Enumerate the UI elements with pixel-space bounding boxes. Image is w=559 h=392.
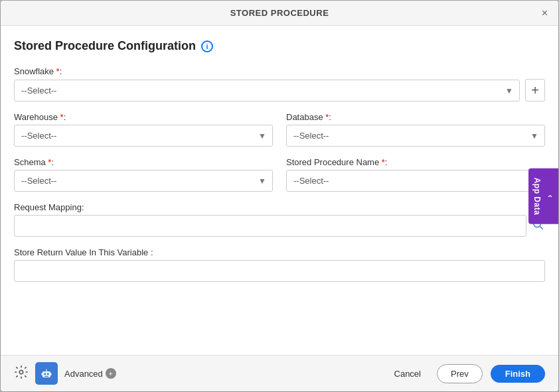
app-data-label: App Data <box>532 177 542 215</box>
warehouse-select-wrapper: --Select-- ▼ <box>14 125 273 147</box>
svg-rect-9 <box>42 373 43 375</box>
modal-body: Stored Procedure Configuration i Snowfla… <box>1 26 558 355</box>
advanced-plus-icon[interactable]: + <box>106 368 116 379</box>
footer-left: Advanced + <box>14 362 116 385</box>
cancel-button[interactable]: Cancel <box>386 365 429 383</box>
request-mapping-group: Request Mapping: <box>14 202 545 237</box>
schema-group: Schema *: --Select-- ▼ <box>14 157 273 192</box>
database-select[interactable]: --Select-- <box>286 125 545 147</box>
request-mapping-input[interactable] <box>14 215 526 237</box>
app-data-tab[interactable]: ‹ App Data <box>528 168 558 224</box>
form-section: Snowflake *: --Select-- ▼ + <box>14 66 545 282</box>
store-return-value-group: Store Return Value In This Variable : <box>14 247 545 282</box>
svg-point-2 <box>19 370 23 374</box>
snowflake-select-wrapper: --Select-- ▼ <box>14 80 520 101</box>
sp-name-select-wrapper: --Select-- ▼ <box>286 170 545 192</box>
sp-name-select[interactable]: --Select-- <box>286 170 545 192</box>
svg-rect-10 <box>50 373 52 375</box>
request-mapping-label: Request Mapping: <box>14 202 545 212</box>
footer-right: Cancel Prev Finish <box>386 364 545 383</box>
warehouse-select[interactable]: --Select-- <box>14 125 273 147</box>
schema-select-wrapper: --Select-- ▼ <box>14 170 273 192</box>
store-return-value-input[interactable] <box>14 260 545 282</box>
snowflake-label: Snowflake *: <box>14 66 545 76</box>
page-title: Stored Procedure Configuration i <box>14 39 545 53</box>
warehouse-group: Warehouse *: --Select-- ▼ <box>14 112 273 147</box>
app-data-chevron-icon: ‹ <box>546 194 555 198</box>
store-return-value-label: Store Return Value In This Variable : <box>14 247 545 257</box>
svg-point-8 <box>46 369 47 370</box>
svg-point-5 <box>47 373 49 375</box>
robot-button[interactable] <box>35 362 58 385</box>
modal-header: STORED PROCEDURE × <box>1 1 558 26</box>
close-button[interactable]: × <box>539 7 550 20</box>
gear-button[interactable] <box>14 365 29 383</box>
warehouse-database-row: Warehouse *: --Select-- ▼ Database *: <box>14 112 545 147</box>
schema-sp-row: Schema *: --Select-- ▼ Stored Procedure … <box>14 157 545 192</box>
svg-line-1 <box>540 226 542 229</box>
info-icon[interactable]: i <box>201 40 213 52</box>
snowflake-select[interactable]: --Select-- <box>14 80 520 101</box>
finish-button[interactable]: Finish <box>491 365 545 383</box>
database-label: Database *: <box>286 112 545 122</box>
sp-name-group: Stored Procedure Name *: --Select-- ▼ <box>286 157 545 192</box>
modal-title: STORED PROCEDURE <box>230 8 329 18</box>
snowflake-row: --Select-- ▼ + <box>14 79 545 101</box>
modal-footer-bar: Advanced + Cancel Prev Finish <box>1 355 558 391</box>
schema-label: Schema *: <box>14 157 273 167</box>
svg-point-4 <box>44 373 46 375</box>
request-mapping-row <box>14 215 545 237</box>
warehouse-label: Warehouse *: <box>14 112 273 122</box>
gear-icon <box>14 365 29 379</box>
sp-name-label: Stored Procedure Name *: <box>286 157 545 167</box>
prev-button[interactable]: Prev <box>437 364 483 383</box>
database-select-wrapper: --Select-- ▼ <box>286 125 545 147</box>
schema-select[interactable]: --Select-- <box>14 170 273 192</box>
snowflake-add-button[interactable]: + <box>525 79 545 101</box>
advanced-label: Advanced + <box>64 368 116 379</box>
svg-rect-6 <box>44 376 48 377</box>
database-group: Database *: --Select-- ▼ <box>286 112 545 147</box>
snowflake-group: Snowflake *: --Select-- ▼ + <box>14 66 545 101</box>
robot-icon <box>40 367 52 379</box>
